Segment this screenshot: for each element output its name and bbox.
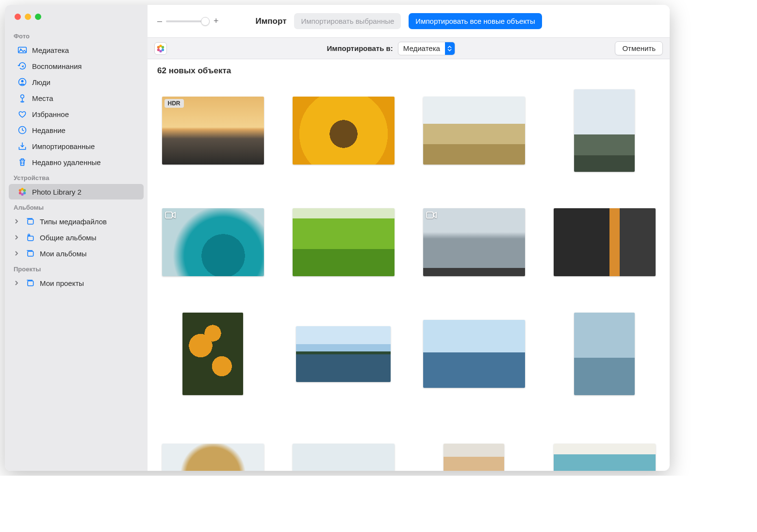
sidebar-item-my-albums[interactable]: Мои альбомы xyxy=(9,246,144,261)
thumbnail-cell xyxy=(418,313,529,395)
sidebar-item-label: Мои альбомы xyxy=(40,249,87,258)
import-subbar: Импортировать в: Медиатека Отменить xyxy=(148,38,670,59)
sidebar-item-label: Места xyxy=(32,94,53,102)
sidebar-item-memories[interactable]: Воспоминания xyxy=(9,58,144,74)
shared-icon xyxy=(25,233,35,242)
import-selected-button[interactable]: Импортировать выбранные xyxy=(294,13,401,29)
trash-icon xyxy=(17,157,27,167)
thumbnail-cell xyxy=(549,424,660,471)
chevron-right-icon xyxy=(14,233,20,242)
sidebar-item-library[interactable]: Медиатека xyxy=(9,42,144,58)
clock-icon xyxy=(17,125,27,135)
photo-thumbnail[interactable] xyxy=(162,208,264,276)
thumbnail-cell xyxy=(288,313,399,395)
album-icon xyxy=(25,249,35,258)
thumbnail-cell xyxy=(549,201,660,283)
photo-thumbnail[interactable] xyxy=(182,313,243,395)
album-icon xyxy=(25,278,35,288)
svg-point-1 xyxy=(23,189,26,192)
thumbnail-cell xyxy=(288,201,399,283)
download-icon xyxy=(17,141,27,151)
photos-app-icon xyxy=(154,42,167,55)
sidebar-item-label: Избранное xyxy=(32,110,69,118)
photo-thumbnail[interactable] xyxy=(444,444,504,471)
video-icon xyxy=(165,211,176,221)
chevron-right-icon xyxy=(14,249,20,258)
sidebar-item-my-projects[interactable]: Мои проекты xyxy=(9,275,144,291)
photo-thumbnail[interactable] xyxy=(574,89,635,172)
photo-thumbnail[interactable] xyxy=(293,208,395,276)
thumbnail-cell xyxy=(418,89,529,172)
window: ФотоМедиатекаВоспоминанияЛюдиМестаИзбран… xyxy=(5,5,670,471)
sidebar-item-label: Общие альбомы xyxy=(40,233,96,242)
svg-point-4 xyxy=(19,192,21,194)
sidebar-item-label: Недавние xyxy=(32,126,66,134)
cancel-button[interactable]: Отменить xyxy=(615,41,663,55)
close-window-button[interactable] xyxy=(15,14,21,20)
toolbar: – + Импорт Импортировать выбранные Импор… xyxy=(148,5,670,38)
sidebar-item-places[interactable]: Места xyxy=(9,90,144,106)
svg-point-9 xyxy=(159,50,162,52)
sidebar-item-label: Люди xyxy=(32,78,50,86)
window-controls xyxy=(5,14,148,20)
svg-point-10 xyxy=(157,49,160,51)
sidebar-item-label: Воспоминания xyxy=(32,62,82,70)
sidebar-item-label: Photo Library 2 xyxy=(32,188,82,196)
pin-icon xyxy=(17,93,27,103)
photo-thumbnail[interactable]: HDR xyxy=(162,97,264,165)
photo-thumbnail[interactable] xyxy=(574,313,635,395)
person-icon xyxy=(17,77,27,87)
thumbnail-grid: HDR xyxy=(157,89,660,471)
thumbnail-cell xyxy=(157,424,268,471)
thumbnail-cell xyxy=(418,424,529,471)
import-to-label: Импортировать в: xyxy=(327,44,393,52)
chevron-right-icon xyxy=(14,279,20,287)
main-area: – + Импорт Импортировать выбранные Импор… xyxy=(148,5,670,471)
sidebar-section-label: Устройства xyxy=(5,170,148,183)
sidebar-item-trash[interactable]: Недавно удаленные xyxy=(9,154,144,170)
minimize-window-button[interactable] xyxy=(25,14,31,20)
sidebar-section-label: Фото xyxy=(5,29,148,42)
photo-thumbnail[interactable] xyxy=(423,97,525,165)
sidebar-item-media-types[interactable]: Типы медиафайлов xyxy=(9,214,144,229)
sidebar-section-label: Альбомы xyxy=(5,200,148,213)
photo-thumbnail[interactable] xyxy=(293,97,395,165)
sidebar-item-label: Недавно удаленные xyxy=(32,158,101,166)
zoom-control: – + xyxy=(157,16,219,26)
sidebar-item-imports[interactable]: Импортированные xyxy=(9,138,144,154)
photo-thumbnail[interactable] xyxy=(293,444,395,471)
thumbnail-cell xyxy=(157,313,268,395)
photo-thumbnail[interactable] xyxy=(162,444,264,471)
zoom-out-button[interactable]: – xyxy=(157,16,162,26)
photo-thumbnail[interactable] xyxy=(423,320,525,388)
svg-point-6 xyxy=(159,44,162,47)
sidebar-item-label: Мои проекты xyxy=(40,279,84,287)
thumbnail-cell xyxy=(418,201,529,283)
photo-thumbnail[interactable] xyxy=(296,326,391,382)
zoom-slider[interactable] xyxy=(166,20,210,22)
sidebar-item-label: Типы медиафайлов xyxy=(40,217,107,226)
zoom-window-button[interactable] xyxy=(35,14,41,20)
photo-thumbnail[interactable] xyxy=(554,444,656,471)
sidebar-item-shared-albums[interactable]: Общие альбомы xyxy=(9,230,144,245)
sidebar-section-label: Проекты xyxy=(5,262,148,275)
select-chevrons-icon xyxy=(445,42,455,55)
photo-thumbnail[interactable] xyxy=(554,208,656,276)
svg-point-3 xyxy=(21,193,23,196)
thumbnail-cell: HDR xyxy=(157,89,268,172)
import-destination-select[interactable]: Медиатека xyxy=(398,42,455,55)
svg-point-0 xyxy=(21,188,23,190)
memories-icon xyxy=(17,61,27,71)
import-all-button[interactable]: Импортировать все новые объекты xyxy=(409,13,542,29)
import-destination-value: Медиатека xyxy=(398,44,445,52)
sidebar-item-people[interactable]: Люди xyxy=(9,74,144,90)
zoom-slider-knob[interactable] xyxy=(201,17,210,26)
svg-point-11 xyxy=(157,46,160,48)
sidebar-item-device-photo-library-2[interactable]: Photo Library 2 xyxy=(9,184,144,200)
sidebar-item-recent[interactable]: Недавние xyxy=(9,122,144,138)
photos-flower-icon xyxy=(17,187,27,197)
zoom-in-button[interactable]: + xyxy=(214,16,219,26)
new-items-count: 62 новых объекта xyxy=(157,66,660,76)
sidebar-item-favorites[interactable]: Избранное xyxy=(9,106,144,122)
photo-thumbnail[interactable] xyxy=(423,208,525,276)
